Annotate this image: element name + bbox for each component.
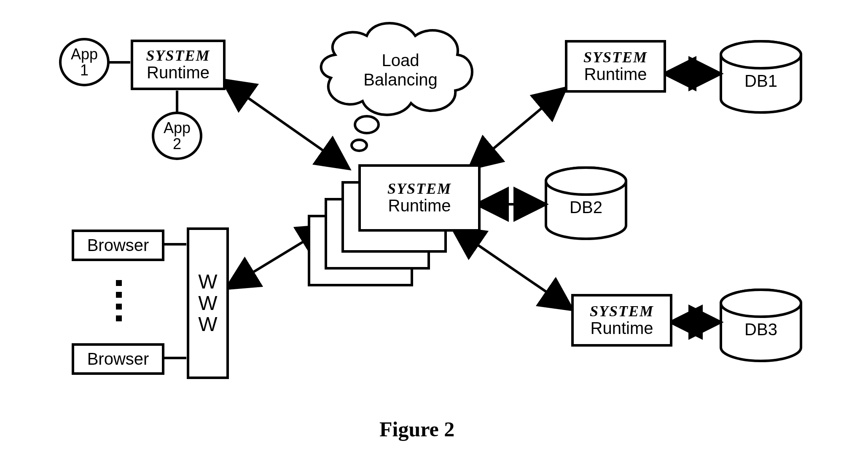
app2-label-line1: App: [164, 120, 191, 136]
runtime-center-node: SYSTEM Runtime: [358, 164, 481, 232]
cloud-label: Load Balancing: [354, 51, 447, 89]
runtime-left-system-label: SYSTEM: [146, 48, 210, 63]
runtime-rt-runtime-label: Runtime: [584, 65, 647, 83]
www-c1: W: [198, 271, 217, 292]
cloud-line1: Load: [354, 51, 447, 70]
db2-label: DB2: [569, 198, 603, 217]
browser2-node: Browser: [72, 343, 164, 375]
app2-label-line2: 2: [173, 136, 181, 152]
browser2-label: Browser: [87, 350, 149, 369]
www-c3: W: [198, 314, 217, 335]
diagram-stage: App 1 App 2 SYSTEM Runtime Load Balancin…: [0, 0, 868, 462]
browser1-node: Browser: [72, 230, 164, 261]
runtime-center-system-label: SYSTEM: [387, 181, 451, 196]
www-node: W W W: [187, 227, 229, 379]
svg-point-0: [355, 116, 379, 133]
runtime-right-bottom-node: SYSTEM Runtime: [571, 294, 672, 347]
db3-label: DB3: [744, 320, 778, 339]
figure-caption: Figure 2: [379, 417, 454, 441]
svg-point-3: [721, 41, 801, 68]
runtime-rb-runtime-label: Runtime: [591, 319, 653, 337]
browser1-label: Browser: [87, 236, 149, 255]
runtime-center-runtime-label: Runtime: [388, 196, 451, 215]
svg-line-12: [226, 82, 346, 166]
runtime-left-node: SYSTEM Runtime: [131, 40, 226, 90]
app1-node: App 1: [59, 38, 110, 86]
runtime-rt-system-label: SYSTEM: [583, 50, 648, 65]
svg-point-5: [546, 168, 626, 195]
app1-label-line2: 1: [80, 62, 89, 78]
app1-label-line1: App: [71, 46, 98, 62]
svg-line-14: [472, 91, 563, 166]
svg-point-1: [352, 140, 367, 151]
svg-point-7: [721, 290, 801, 317]
runtime-left-runtime-label: Runtime: [147, 63, 210, 82]
cloud-line2: Balancing: [354, 70, 447, 89]
db1-label: DB1: [744, 72, 778, 91]
runtime-right-top-node: SYSTEM Runtime: [565, 40, 666, 93]
vertical-ellipsis-icon: [116, 280, 122, 321]
www-c2: W: [198, 293, 217, 314]
svg-line-16: [455, 230, 569, 307]
app2-node: App 2: [152, 112, 202, 160]
runtime-rb-system-label: SYSTEM: [590, 304, 654, 319]
